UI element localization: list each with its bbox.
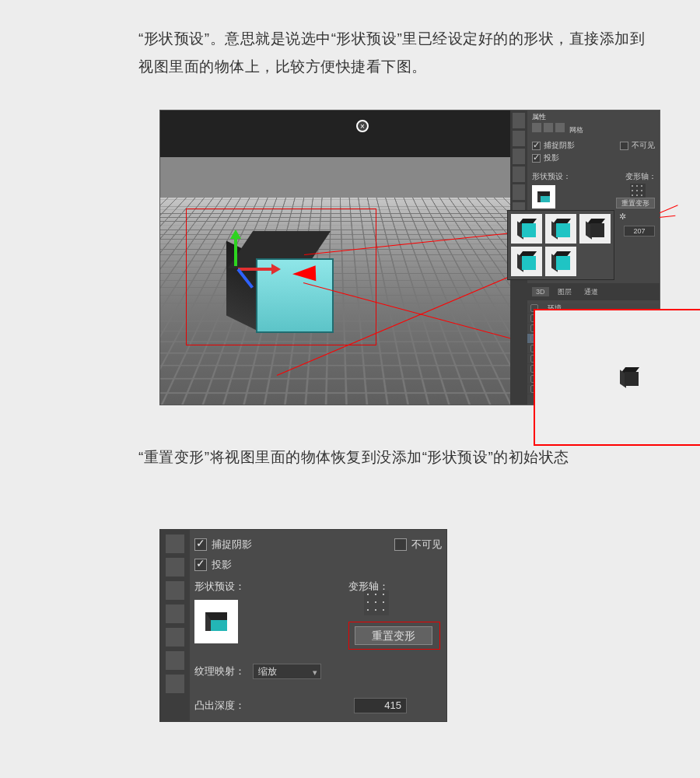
mode-icon[interactable] — [555, 123, 565, 132]
numeric-field[interactable]: 207 — [624, 226, 655, 237]
tool-icon[interactable] — [166, 534, 184, 553]
row-projection: 投影 — [532, 152, 559, 163]
input-extrude-depth[interactable]: 415 — [354, 698, 407, 713]
label-projection: 投影 — [544, 152, 559, 163]
tab-mesh[interactable]: 网格 — [569, 126, 583, 134]
shape-preset-flyout — [507, 210, 614, 280]
tab-3d[interactable]: 3D — [532, 287, 549, 296]
tab-channels[interactable]: 通道 — [580, 286, 602, 298]
tool-icon[interactable] — [166, 675, 184, 693]
row-invisible: 不可见 — [620, 140, 655, 151]
tool-icon[interactable] — [513, 184, 525, 200]
row-projection: 投影 — [194, 555, 442, 575]
tool-column — [160, 530, 190, 721]
3d-viewport[interactable]: × — [160, 110, 510, 405]
label-invisible: 不可见 — [632, 140, 655, 151]
close-icon[interactable]: × — [356, 120, 369, 132]
label-shape-preset: 形状预设： — [194, 580, 245, 594]
checkbox-invisible[interactable] — [620, 142, 628, 150]
deform-axis-grid[interactable] — [364, 591, 389, 615]
checkbox-projection[interactable] — [194, 559, 207, 571]
reset-deform-button[interactable]: 重置变形 — [355, 626, 432, 645]
label-deform-axis: 变形轴： — [625, 171, 656, 182]
preset-item[interactable] — [545, 247, 576, 276]
preset-item[interactable] — [545, 214, 576, 244]
3d-cube-object[interactable] — [226, 231, 335, 340]
row-capture-shadow: 捕捉阴影 — [532, 140, 575, 151]
preset-item[interactable] — [511, 214, 542, 244]
tool-icon[interactable] — [166, 651, 184, 670]
tool-icon[interactable] — [166, 581, 184, 600]
row-texture-mapping: 纹理映射： 缩放 — [194, 664, 321, 679]
gear-icon[interactable]: ✲ — [618, 212, 627, 221]
preset-item[interactable] — [511, 247, 542, 276]
label-invisible: 不可见 — [411, 538, 442, 552]
gizmo-x-axis[interactable] — [238, 268, 278, 271]
tool-icon[interactable] — [513, 131, 525, 146]
label-texture-mapping: 纹理映射： — [194, 664, 245, 678]
tool-icon[interactable] — [513, 113, 525, 128]
row-extrude-depth: 凸出深度： 415 — [194, 698, 407, 713]
label-extrude-depth: 凸出深度： — [194, 699, 245, 713]
label-projection: 投影 — [212, 558, 232, 572]
tab-layers[interactable]: 图层 — [554, 286, 576, 298]
screenshot-reset-deform: 捕捉阴影 不可见 投影 形状预设： 变形轴： 重置变形 纹理映射： 缩放 凸出深… — [159, 529, 447, 722]
label-capture-shadow: 捕捉阴影 — [212, 538, 252, 552]
checkbox-capture-shadow[interactable] — [532, 142, 541, 150]
checkbox-capture-shadow[interactable] — [194, 538, 207, 551]
reset-deform-button[interactable]: 重置变形 — [616, 198, 655, 209]
gizmo-z-axis[interactable] — [234, 232, 237, 266]
panel-title: 属性 — [532, 112, 546, 122]
screenshot-3d-presets: × 属性 网格 捕捉阴影 不可见 投影 形状预设： — [159, 110, 660, 405]
annotation-arrow-icon — [285, 265, 317, 282]
panel-mode-icons: 网格 — [532, 123, 656, 134]
checkbox-invisible[interactable] — [394, 538, 407, 551]
deform-axis-grid[interactable] — [630, 184, 646, 199]
preset-item[interactable] — [579, 214, 611, 244]
tool-icon[interactable] — [166, 628, 184, 647]
tool-icon[interactable] — [166, 605, 184, 623]
tool-icon[interactable] — [513, 149, 525, 164]
mode-icon[interactable] — [532, 123, 541, 132]
select-texture-mapping[interactable]: 缩放 — [253, 664, 321, 679]
checkbox-projection[interactable] — [532, 154, 541, 163]
shape-preset-thumb[interactable] — [532, 185, 555, 209]
panel-tabs: 3D 图层 通道 — [527, 283, 660, 300]
tool-icon[interactable] — [166, 558, 184, 576]
preset-item-selected[interactable] — [534, 309, 700, 446]
mode-icon[interactable] — [544, 123, 553, 132]
label-capture-shadow: 捕捉阴影 — [544, 140, 575, 151]
tool-icon[interactable] — [513, 166, 525, 182]
paragraph-1: “形状预设”。意思就是说选中“形状预设”里已经设定好的的形状，直接添加到视图里面… — [138, 25, 652, 81]
shape-preset-thumb[interactable] — [194, 600, 238, 643]
row-capture-shadow: 捕捉阴影 不可见 — [194, 534, 442, 555]
label-shape-preset: 形状预设： — [532, 172, 571, 180]
paragraph-2: “重置变形”将视图里面的物体恢复到没添加“形状预设”的初始状态 — [138, 443, 605, 471]
